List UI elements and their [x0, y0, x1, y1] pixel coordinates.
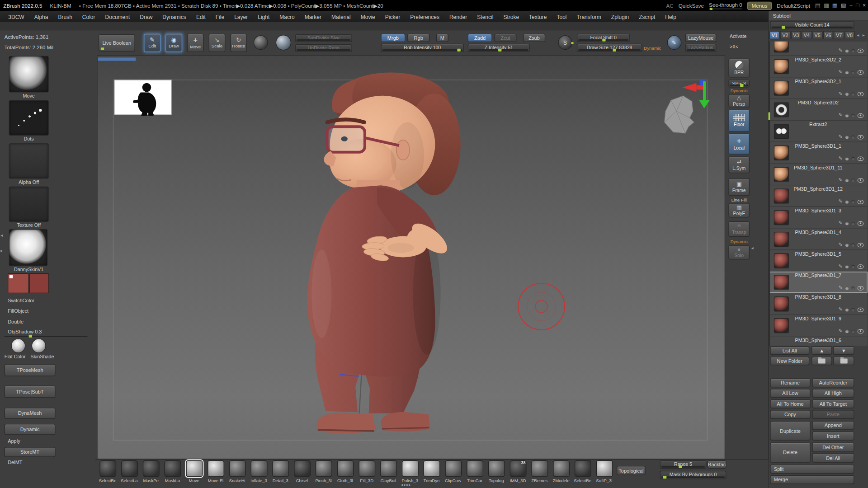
window-control-icon[interactable]: ▦ — [832, 3, 838, 8]
menu-item[interactable]: Preferences — [405, 14, 444, 19]
focal-shift-slider[interactable]: Focal Shift 0 — [577, 34, 630, 42]
visibility-eye-icon[interactable] — [858, 221, 863, 225]
switch-color-button[interactable]: SwitchColor — [8, 298, 34, 303]
brush-thumbnail[interactable] — [574, 460, 591, 477]
rename-button[interactable]: Rename — [770, 379, 810, 388]
visibility-eye-icon[interactable] — [858, 135, 863, 139]
record-dot-off-icon[interactable] — [851, 157, 854, 160]
transp-button[interactable]: ○ Transp — [728, 221, 750, 237]
visibility-eye-icon[interactable] — [858, 113, 863, 117]
brush-thumbnail[interactable] — [164, 460, 181, 477]
menu-item[interactable]: Transform — [572, 14, 606, 19]
list-all-button[interactable]: List All — [770, 347, 809, 355]
subtool-up-button[interactable]: ▲ — [811, 347, 832, 355]
tab-prev-icon[interactable]: ◂ — [857, 33, 859, 38]
right-tray-collapse-icon[interactable]: ◂ — [751, 246, 754, 251]
visibility-eye-icon[interactable] — [858, 264, 863, 269]
brush-slot[interactable]: Move El — [205, 460, 226, 483]
subtool-item[interactable]: PM3D_Sphere3D1_7 ✎ — [769, 272, 868, 293]
see-through-knob[interactable] — [709, 8, 712, 10]
record-dot-icon[interactable] — [845, 49, 849, 52]
spix-knob[interactable] — [740, 84, 743, 87]
record-dot-icon[interactable] — [845, 265, 849, 268]
default-zscript-button[interactable]: DefaultZScript — [777, 3, 810, 9]
record-dot-off-icon[interactable] — [851, 70, 854, 74]
activate-symmetry-label[interactable]: Activate — [730, 34, 746, 39]
local-button[interactable]: + Local — [728, 133, 750, 155]
subtool-thumbnail[interactable] — [774, 145, 789, 160]
tpose-subt-button[interactable]: TPose|SubT — [5, 385, 56, 398]
menu-item[interactable]: Layer — [229, 14, 253, 19]
window-control-icon[interactable]: ▤ — [815, 3, 821, 8]
record-dot-off-icon[interactable] — [851, 329, 854, 333]
del-mt-button[interactable]: DelMT — [8, 460, 22, 465]
material-thumbnail[interactable] — [9, 229, 48, 266]
append-button[interactable]: Append — [812, 421, 854, 430]
current-brush-thumbnail[interactable] — [9, 56, 49, 93]
record-dot-off-icon[interactable] — [851, 92, 854, 95]
record-dot-icon[interactable] — [845, 329, 849, 333]
del-all-button[interactable]: Del All — [812, 453, 854, 463]
polypaint-icon[interactable]: ✎ — [838, 199, 842, 204]
record-dot-off-icon[interactable] — [851, 114, 854, 117]
main-color-swatch[interactable] — [8, 273, 29, 293]
brush-thumbnail[interactable] — [467, 460, 483, 477]
autoreorder-button[interactable]: AutoReorder — [812, 379, 854, 388]
brush-thumbnail[interactable] — [380, 460, 397, 477]
apply-button[interactable]: Apply — [8, 438, 20, 444]
menu-item[interactable]: Render — [444, 14, 472, 19]
record-dot-off-icon[interactable] — [851, 221, 854, 225]
brush-thumbnail[interactable] — [315, 460, 332, 477]
subtool-thumbnail[interactable] — [774, 81, 789, 96]
subtool-down-button[interactable]: ▼ — [833, 347, 854, 355]
polypaint-icon[interactable]: ✎ — [838, 156, 842, 161]
brush-slot[interactable]: Inflate_3 — [248, 460, 270, 483]
polypaint-icon[interactable]: ✎ — [838, 286, 842, 291]
subtool-version-tab[interactable]: V3 — [791, 31, 801, 39]
texture-thumbnail[interactable] — [9, 187, 49, 222]
zadd-button[interactable]: Zadd — [468, 34, 492, 42]
z-intensity-knob[interactable] — [498, 49, 501, 52]
visible-count-knob[interactable] — [781, 26, 784, 29]
mrgb-button[interactable]: Mrgb — [381, 34, 405, 42]
skinshade-material-button[interactable] — [32, 338, 46, 353]
visibility-eye-icon[interactable] — [858, 156, 863, 161]
subtool-thumbnail[interactable] — [774, 59, 789, 74]
menus-button[interactable]: Menus — [747, 1, 772, 9]
menu-item[interactable]: Marker — [300, 14, 326, 19]
record-dot-icon[interactable] — [845, 114, 849, 117]
menu-item[interactable]: Picker — [380, 14, 405, 19]
draw-mode-button[interactable]: ◉ Draw — [165, 34, 182, 52]
brush-slot[interactable]: SnakeHi — [226, 460, 248, 483]
see-through-slider[interactable]: See-through 0 — [709, 2, 742, 9]
subtool-scroll-thumb[interactable] — [769, 113, 770, 120]
brush-slot[interactable]: TrimDyn — [421, 460, 443, 483]
brush-thumbnail[interactable] — [142, 460, 159, 477]
polypaint-icon[interactable]: ✎ — [838, 113, 842, 118]
brush-thumbnail[interactable] — [445, 460, 462, 477]
subtool-item[interactable]: PM3D_Sphere3D2_2 ✎ — [769, 56, 868, 78]
polypaint-icon[interactable]: ✎ — [838, 178, 842, 183]
all-low-button[interactable]: All Low — [770, 389, 810, 398]
tpose-mesh-button[interactable]: TPoseMesh — [5, 364, 56, 376]
subtool-item[interactable]: PM3D_Sphere3D2_1 ✎ — [769, 77, 868, 99]
dynamesh-button[interactable]: DynaMesh — [5, 408, 56, 418]
secondary-color-swatch[interactable] — [29, 273, 49, 293]
subdivide-size-slider[interactable]: SubDivide Size — [295, 34, 352, 42]
menu-item[interactable]: Macro — [274, 14, 299, 19]
persp-button[interactable]: △ Persp — [728, 94, 750, 107]
menu-item[interactable]: Texture — [524, 14, 552, 19]
window-control-icon[interactable]: ▧ — [841, 3, 846, 8]
record-dot-icon[interactable] — [845, 135, 849, 138]
scale-mode-button[interactable]: ↘ Scale — [209, 34, 226, 52]
polypaint-icon[interactable]: ✎ — [838, 328, 842, 333]
record-dot-icon[interactable] — [845, 308, 849, 311]
polypaint-icon[interactable]: ✎ — [838, 242, 842, 247]
polypaint-icon[interactable]: ✎ — [838, 70, 842, 75]
brush-thumbnail[interactable] — [553, 460, 570, 477]
record-dot-icon[interactable] — [845, 221, 849, 225]
menu-item[interactable]: Material — [326, 14, 356, 19]
brush-thumbnail[interactable] — [294, 460, 311, 477]
material-preview-icon[interactable] — [276, 35, 291, 50]
subtool-thumbnail[interactable] — [774, 296, 789, 311]
